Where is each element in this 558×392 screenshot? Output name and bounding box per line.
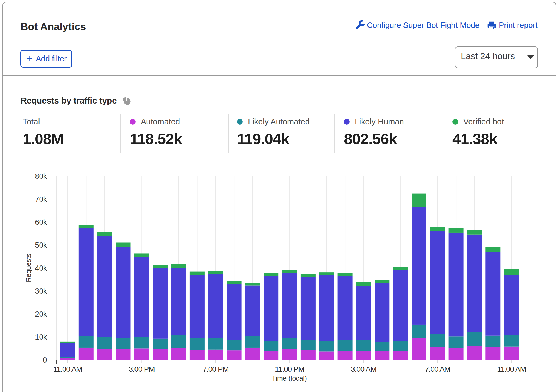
svg-text:11:00 AM: 11:00 AM: [497, 365, 526, 373]
svg-text:80k: 80k: [35, 172, 47, 180]
svg-text:11:00 AM: 11:00 AM: [53, 365, 82, 373]
svg-text:7:00 AM: 7:00 AM: [425, 365, 450, 373]
svg-text:11:00 PM: 11:00 PM: [275, 365, 304, 373]
svg-text:20k: 20k: [35, 310, 47, 318]
svg-text:0: 0: [43, 356, 47, 364]
svg-text:Time (local): Time (local): [272, 374, 307, 382]
svg-text:70k: 70k: [35, 195, 47, 203]
svg-text:3:00 PM: 3:00 PM: [129, 365, 155, 373]
svg-text:40k: 40k: [35, 264, 47, 272]
svg-text:10k: 10k: [35, 333, 47, 341]
svg-text:30k: 30k: [35, 287, 47, 295]
svg-text:50k: 50k: [35, 241, 47, 249]
svg-text:Requests: Requests: [25, 254, 32, 282]
svg-text:3:00 AM: 3:00 AM: [351, 365, 376, 373]
svg-text:60k: 60k: [35, 218, 47, 226]
svg-text:7:00 PM: 7:00 PM: [203, 365, 229, 373]
